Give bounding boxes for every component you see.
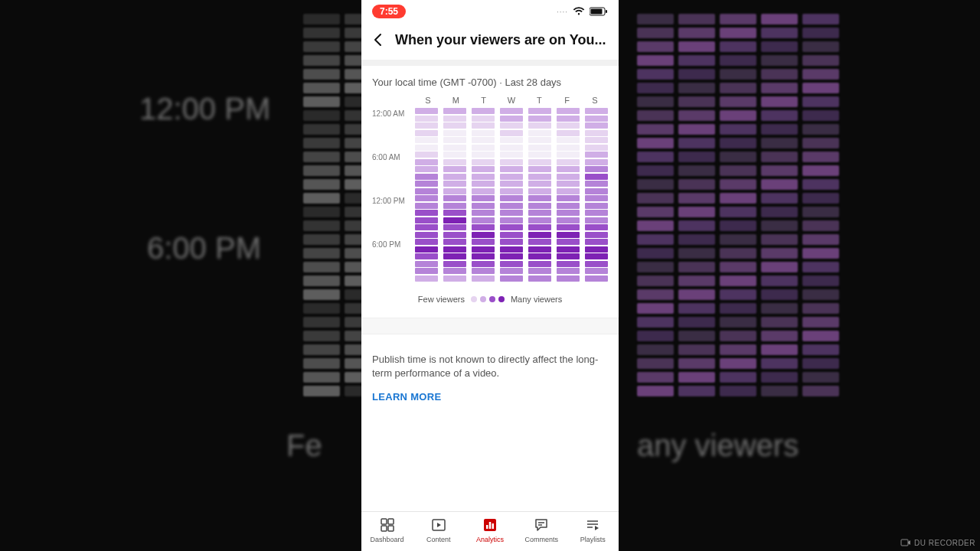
- note-card: Publish time is not known to directly af…: [361, 341, 619, 415]
- heatmap-cell: [472, 166, 495, 172]
- day-header-row: S M T W T F S: [415, 96, 608, 108]
- heatmap-cell: [415, 137, 438, 143]
- heatmap-cell: [415, 166, 438, 172]
- learn-more-link[interactable]: LEARN MORE: [372, 391, 608, 403]
- heatmap-cell: [415, 232, 438, 238]
- heatmap-cell: [415, 108, 438, 114]
- note-text: Publish time is not known to directly af…: [372, 353, 608, 380]
- heatmap-cell: [585, 203, 608, 209]
- heatmap-cell: [415, 276, 438, 282]
- heatmap-cell: [443, 195, 466, 201]
- status-time-pill: 7:55: [372, 5, 406, 18]
- nav-label: Content: [426, 536, 451, 543]
- heatmap-cell: [472, 195, 495, 201]
- heatmap-cell: [557, 174, 580, 180]
- heatmap-cell: [557, 246, 580, 253]
- heatmap-cell: [472, 261, 495, 267]
- heatmap-cell: [500, 108, 523, 114]
- ylabel-12am: 12:00 AM: [372, 109, 415, 153]
- heatmap-cell: [500, 122, 523, 129]
- heatmap-cell: [415, 268, 438, 274]
- nav-playlists[interactable]: Playlists: [570, 517, 616, 543]
- heatmap-cell: [443, 122, 466, 129]
- heatmap-cell: [528, 276, 551, 282]
- analytics-icon: [482, 517, 498, 533]
- legend: Few viewers Many viewers: [372, 295, 608, 304]
- nav-label: Analytics: [476, 536, 504, 543]
- heatmap-cell: [472, 224, 495, 230]
- heatmap-cell: [528, 137, 551, 143]
- heatmap-cell: [557, 122, 580, 129]
- heatmap-cell: [415, 174, 438, 180]
- heatmap-cell: [415, 152, 438, 158]
- heatmap-cell: [528, 217, 551, 223]
- heatmap-cell: [585, 239, 608, 245]
- heatmap-cell: [500, 203, 523, 209]
- comments-icon: [533, 517, 550, 533]
- bg-label-12pm: 12:00 PM: [139, 92, 270, 126]
- heatmap-cell: [472, 108, 495, 114]
- heatmap-cell: [415, 145, 438, 151]
- heatmap-cell: [472, 130, 495, 136]
- heatmap-cell: [415, 261, 438, 267]
- heatmap-cell: [528, 188, 551, 194]
- heatmap-cell: [557, 137, 580, 143]
- heatmap-cell: [472, 174, 495, 180]
- back-button[interactable]: [369, 31, 387, 49]
- legend-low: Few viewers: [418, 295, 465, 304]
- heatmap-cell: [557, 108, 580, 114]
- heatmap-cell: [443, 203, 466, 209]
- heatmap-cell: [415, 203, 438, 209]
- svg-rect-5: [381, 526, 387, 531]
- svg-rect-1: [591, 9, 603, 15]
- heatmap-cell: [472, 145, 495, 151]
- heatmap-cell: [557, 232, 580, 238]
- heatmap-cell: [528, 261, 551, 267]
- heatmap-cell: [500, 166, 523, 172]
- day-label: W: [500, 96, 523, 105]
- legend-dot-icon: [471, 296, 477, 302]
- heatmap-cell: [500, 253, 523, 259]
- heatmap-cell: [472, 188, 495, 194]
- nav-analytics[interactable]: Analytics: [467, 517, 513, 543]
- heatmap-cell: [443, 174, 466, 180]
- legend-dot-icon: [480, 296, 486, 302]
- y-axis-labels: 12:00 AM 6:00 AM 12:00 PM 6:00 PM: [372, 96, 415, 284]
- heatmap-cell: [415, 116, 438, 122]
- heatmap-cell: [443, 268, 466, 274]
- heatmap-cell: [500, 181, 523, 187]
- heatmap-cell: [472, 152, 495, 158]
- heatmap-cell: [557, 217, 580, 223]
- heatmap-cell: [500, 145, 523, 151]
- svg-rect-2: [606, 10, 607, 13]
- heatmap-cell: [585, 217, 608, 223]
- heatmap-cell: [500, 232, 523, 238]
- heatmap-cell: [443, 116, 466, 122]
- heatmap-cell: [528, 203, 551, 209]
- day-label: M: [444, 96, 467, 105]
- heatmap-cell: [585, 181, 608, 187]
- heatmap-cell: [443, 239, 466, 245]
- heatmap-cell: [500, 246, 523, 253]
- ylabel-6pm: 6:00 PM: [372, 240, 415, 284]
- status-bar: 7:55 ····: [361, 0, 619, 20]
- heatmap-cell: [557, 116, 580, 122]
- nav-label: Comments: [524, 536, 558, 543]
- legend-high: Many viewers: [511, 295, 562, 304]
- heatmap-cell: [472, 276, 495, 282]
- heatmap-cell: [528, 122, 551, 129]
- heatmap-cell: [528, 246, 551, 253]
- nav-content[interactable]: Content: [416, 517, 462, 543]
- svg-rect-6: [388, 526, 394, 531]
- heatmap-cell: [443, 232, 466, 238]
- heatmap-cell: [500, 152, 523, 158]
- heatmap-cell: [585, 159, 608, 165]
- heatmap-cell: [500, 137, 523, 143]
- heatmap-cell: [500, 239, 523, 245]
- heatmap-cell: [585, 261, 608, 267]
- heatmap-cell: [528, 159, 551, 165]
- nav-label: Dashboard: [371, 536, 404, 543]
- nav-comments[interactable]: Comments: [518, 517, 564, 543]
- heatmap-cell: [557, 224, 580, 230]
- nav-dashboard[interactable]: Dashboard: [364, 517, 410, 543]
